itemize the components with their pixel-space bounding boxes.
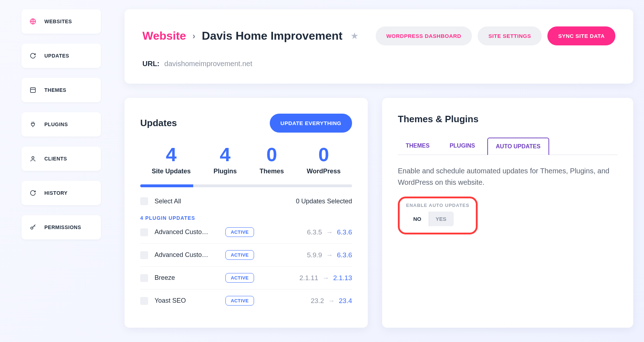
plugin-row: Yoast SEO ACTIVE 23.2 → 23.4 bbox=[140, 289, 352, 312]
version-from: 5.9.9 bbox=[307, 251, 322, 259]
version-cell: 2.1.11 → 2.1.13 bbox=[260, 274, 352, 282]
tab-auto-updates[interactable]: AUTO UPDATES bbox=[487, 138, 549, 155]
updates-card: Updates UPDATE EVERYTHING 4 Site Updates… bbox=[125, 98, 368, 328]
updates-heading: Updates bbox=[140, 118, 177, 129]
url-label: URL: bbox=[142, 60, 160, 68]
version-from: 2.1.11 bbox=[299, 274, 318, 282]
stat-number: 4 bbox=[152, 145, 191, 164]
version-cell: 23.2 → 23.4 bbox=[260, 297, 352, 305]
stat-label: Plugins bbox=[214, 168, 237, 175]
progress-bar bbox=[140, 184, 352, 187]
arrow-right-icon: → bbox=[326, 251, 333, 259]
refresh-icon bbox=[29, 189, 36, 197]
sidebar-item-themes[interactable]: THEMES bbox=[21, 78, 101, 102]
select-all-checkbox[interactable] bbox=[140, 197, 148, 205]
stat-wordpress: 0 WordPress bbox=[307, 145, 341, 175]
arrow-right-icon: → bbox=[328, 297, 335, 304]
sidebar-item-clients[interactable]: CLIENTS bbox=[21, 147, 101, 171]
plugin-name: Advanced Custo… bbox=[155, 228, 219, 236]
version-to: 2.1.13 bbox=[333, 274, 352, 282]
stat-plugins: 4 Plugins bbox=[214, 145, 237, 175]
auto-updates-description: Enable and schedule automated updates fo… bbox=[398, 165, 618, 188]
toggle-no[interactable]: NO bbox=[406, 212, 429, 226]
sidebar-item-label: UPDATES bbox=[44, 53, 69, 59]
plugin-row: Advanced Custo… ACTIVE 5.9.9 → 6.3.6 bbox=[140, 244, 352, 267]
select-all-label: Select All bbox=[155, 198, 181, 205]
stat-number: 0 bbox=[260, 145, 284, 164]
site-settings-button[interactable]: SITE SETTINGS bbox=[478, 26, 542, 45]
toggle-yes[interactable]: YES bbox=[429, 212, 454, 226]
plugin-name: Breeze bbox=[155, 274, 219, 282]
tab-themes[interactable]: THEMES bbox=[398, 138, 438, 155]
plugin-checkbox[interactable] bbox=[140, 251, 148, 259]
plugin-checkbox[interactable] bbox=[140, 228, 148, 236]
tab-plugins[interactable]: PLUGINS bbox=[442, 138, 483, 155]
version-to: 23.4 bbox=[339, 297, 352, 304]
stat-site-updates: 4 Site Updates bbox=[152, 145, 191, 175]
sidebar-item-label: THEMES bbox=[44, 87, 66, 93]
url-row: URL: davishomeimprovement.net bbox=[142, 60, 615, 68]
sidebar-item-label: PLUGINS bbox=[44, 122, 68, 127]
key-icon bbox=[29, 224, 36, 231]
layout-icon bbox=[29, 86, 36, 94]
chevron-right-icon: › bbox=[192, 31, 195, 41]
breadcrumb: Website › Davis Home Improvement ★ bbox=[142, 29, 358, 43]
sidebar-item-label: CLIENTS bbox=[44, 156, 67, 162]
arrow-right-icon: → bbox=[326, 228, 333, 236]
header-card: Website › Davis Home Improvement ★ WORDP… bbox=[125, 9, 633, 84]
globe-icon bbox=[29, 18, 36, 25]
svg-point-2 bbox=[32, 157, 34, 159]
auto-updates-toggle[interactable]: NO YES bbox=[406, 212, 454, 226]
star-icon[interactable]: ★ bbox=[351, 31, 358, 41]
version-to: 6.3.6 bbox=[337, 228, 352, 236]
progress-fill bbox=[140, 184, 193, 187]
wordpress-dashboard-button[interactable]: WORDPRESS DASHBOARD bbox=[376, 26, 472, 45]
plugin-checkbox[interactable] bbox=[140, 297, 148, 305]
svg-rect-1 bbox=[30, 88, 35, 93]
stats-row: 4 Site Updates 4 Plugins 0 Themes 0 Word… bbox=[140, 145, 352, 175]
stat-label: WordPress bbox=[307, 168, 341, 175]
user-icon bbox=[29, 155, 36, 162]
selected-count: 0 Updates Selected bbox=[296, 198, 352, 205]
stat-label: Site Updates bbox=[152, 168, 191, 175]
url-value[interactable]: davishomeimprovement.net bbox=[164, 60, 252, 68]
themes-plugins-heading: Themes & Plugins bbox=[398, 114, 618, 125]
header-actions: WORDPRESS DASHBOARD SITE SETTINGS SYNC S… bbox=[376, 26, 615, 45]
plugin-row: Advanced Custo… ACTIVE 6.3.5 → 6.3.6 bbox=[140, 221, 352, 244]
select-row: Select All 0 Updates Selected bbox=[140, 197, 352, 205]
sidebar-item-label: WEBSITES bbox=[44, 19, 72, 24]
version-from: 6.3.5 bbox=[307, 228, 322, 236]
active-badge: ACTIVE bbox=[225, 273, 254, 283]
sidebar-item-updates[interactable]: UPDATES bbox=[21, 44, 101, 68]
tabs: THEMES PLUGINS AUTO UPDATES bbox=[398, 138, 618, 155]
sidebar-item-history[interactable]: HISTORY bbox=[21, 181, 101, 205]
page-title: Davis Home Improvement bbox=[202, 29, 342, 43]
stat-label: Themes bbox=[260, 168, 284, 175]
enable-auto-updates-highlight: ENABLE AUTO UPDATES NO YES bbox=[398, 197, 478, 234]
active-badge: ACTIVE bbox=[225, 296, 254, 306]
sidebar-item-plugins[interactable]: PLUGINS bbox=[21, 112, 101, 137]
version-from: 23.2 bbox=[311, 297, 324, 304]
enable-auto-updates-label: ENABLE AUTO UPDATES bbox=[406, 203, 469, 208]
plugin-checkbox[interactable] bbox=[140, 274, 148, 282]
sidebar-item-label: PERMISSIONS bbox=[44, 224, 81, 230]
plug-icon bbox=[29, 121, 36, 128]
breadcrumb-root[interactable]: Website bbox=[142, 29, 186, 43]
stat-themes: 0 Themes bbox=[260, 145, 284, 175]
version-cell: 5.9.9 → 6.3.6 bbox=[260, 251, 352, 259]
sidebar-item-label: HISTORY bbox=[44, 190, 68, 196]
version-to: 6.3.6 bbox=[337, 251, 352, 259]
sidebar-item-websites[interactable]: WEBSITES bbox=[21, 9, 101, 34]
active-badge: ACTIVE bbox=[225, 227, 254, 237]
themes-plugins-card: Themes & Plugins THEMES PLUGINS AUTO UPD… bbox=[382, 98, 633, 328]
version-cell: 6.3.5 → 6.3.6 bbox=[260, 228, 352, 236]
update-everything-button[interactable]: UPDATE EVERYTHING bbox=[270, 114, 352, 133]
sync-site-data-button[interactable]: SYNC SITE DATA bbox=[547, 26, 615, 45]
active-badge: ACTIVE bbox=[225, 250, 254, 260]
stat-number: 0 bbox=[307, 145, 341, 164]
sidebar-item-permissions[interactable]: PERMISSIONS bbox=[21, 215, 101, 239]
plugin-updates-heading: 4 PLUGIN UPDATES bbox=[140, 215, 352, 221]
main-content: Website › Davis Home Improvement ★ WORDP… bbox=[112, 9, 644, 328]
refresh-icon bbox=[29, 52, 36, 59]
stat-number: 4 bbox=[214, 145, 237, 164]
